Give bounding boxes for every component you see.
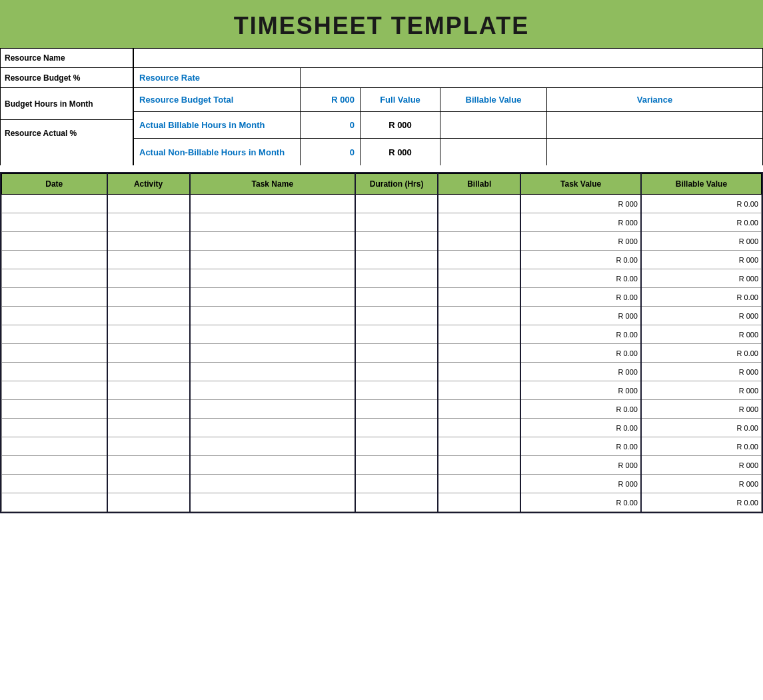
cell-billabl[interactable] bbox=[438, 344, 520, 363]
cell-date[interactable] bbox=[2, 456, 107, 475]
cell-date[interactable] bbox=[2, 195, 107, 213]
budget-hours-label: Budget Hours in Month bbox=[5, 99, 93, 109]
cell-billabl[interactable] bbox=[438, 400, 520, 419]
cell-task-name[interactable] bbox=[190, 456, 355, 475]
page-wrapper: TIMESHEET TEMPLATE Resource Name Resourc… bbox=[0, 0, 763, 513]
cell-task-name[interactable] bbox=[190, 419, 355, 437]
cell-billabl[interactable] bbox=[438, 493, 520, 512]
resource-name-value[interactable] bbox=[134, 49, 762, 67]
cell-activity[interactable] bbox=[107, 437, 190, 456]
cell-task-name[interactable] bbox=[190, 288, 355, 307]
cell-duration[interactable] bbox=[355, 456, 438, 475]
cell-duration[interactable] bbox=[355, 307, 438, 325]
cell-duration[interactable] bbox=[355, 325, 438, 344]
cell-billable-value: R 000 bbox=[641, 456, 762, 475]
cell-date[interactable] bbox=[2, 232, 107, 251]
cell-task-name[interactable] bbox=[190, 325, 355, 344]
table-row: R 0.00R 000 bbox=[2, 325, 762, 344]
cell-task-name[interactable] bbox=[190, 400, 355, 419]
cell-activity[interactable] bbox=[107, 251, 190, 269]
cell-date[interactable] bbox=[2, 213, 107, 232]
cell-activity[interactable] bbox=[107, 213, 190, 232]
cell-task-name[interactable] bbox=[190, 344, 355, 363]
cell-activity[interactable] bbox=[107, 419, 190, 437]
cell-task-name[interactable] bbox=[190, 363, 355, 381]
cell-activity[interactable] bbox=[107, 381, 190, 400]
cell-duration[interactable] bbox=[355, 419, 438, 437]
cell-activity[interactable] bbox=[107, 363, 190, 381]
cell-duration[interactable] bbox=[355, 269, 438, 288]
cell-task-name[interactable] bbox=[190, 195, 355, 213]
cell-task-name[interactable] bbox=[190, 307, 355, 325]
cell-activity[interactable] bbox=[107, 232, 190, 251]
cell-task-name[interactable] bbox=[190, 232, 355, 251]
cell-billabl[interactable] bbox=[438, 251, 520, 269]
cell-duration[interactable] bbox=[355, 475, 438, 493]
cell-task-name[interactable] bbox=[190, 493, 355, 512]
cell-duration[interactable] bbox=[355, 493, 438, 512]
cell-duration[interactable] bbox=[355, 344, 438, 363]
cell-date[interactable] bbox=[2, 325, 107, 344]
table-row: R 000R 000 bbox=[2, 232, 762, 251]
cell-duration[interactable] bbox=[355, 288, 438, 307]
cell-duration[interactable] bbox=[355, 213, 438, 232]
cell-duration[interactable] bbox=[355, 363, 438, 381]
cell-task-name[interactable] bbox=[190, 381, 355, 400]
cell-date[interactable] bbox=[2, 288, 107, 307]
cell-duration[interactable] bbox=[355, 251, 438, 269]
cell-billabl[interactable] bbox=[438, 325, 520, 344]
cell-billabl[interactable] bbox=[438, 213, 520, 232]
resource-rate-label: Resource Rate bbox=[134, 68, 301, 87]
cell-duration[interactable] bbox=[355, 195, 438, 213]
cell-date[interactable] bbox=[2, 475, 107, 493]
cell-billabl[interactable] bbox=[438, 475, 520, 493]
cell-date[interactable] bbox=[2, 269, 107, 288]
cell-activity[interactable] bbox=[107, 269, 190, 288]
cell-billabl[interactable] bbox=[438, 195, 520, 213]
cell-activity[interactable] bbox=[107, 456, 190, 475]
cell-duration[interactable] bbox=[355, 381, 438, 400]
cell-billabl[interactable] bbox=[438, 363, 520, 381]
cell-activity[interactable] bbox=[107, 493, 190, 512]
cell-duration[interactable] bbox=[355, 232, 438, 251]
cell-billabl[interactable] bbox=[438, 419, 520, 437]
cell-billabl[interactable] bbox=[438, 437, 520, 456]
cell-date[interactable] bbox=[2, 493, 107, 512]
cell-date[interactable] bbox=[2, 251, 107, 269]
cell-activity[interactable] bbox=[107, 195, 190, 213]
cell-billabl[interactable] bbox=[438, 456, 520, 475]
resource-name-row: Resource Name bbox=[1, 48, 133, 68]
cell-activity[interactable] bbox=[107, 307, 190, 325]
cell-billabl[interactable] bbox=[438, 307, 520, 325]
cell-duration[interactable] bbox=[355, 437, 438, 456]
actual-non-billable-row: Actual Non-Billable Hours in Month 0 R 0… bbox=[134, 139, 762, 165]
cell-task-name[interactable] bbox=[190, 213, 355, 232]
cell-date[interactable] bbox=[2, 307, 107, 325]
cell-billabl[interactable] bbox=[438, 381, 520, 400]
cell-activity[interactable] bbox=[107, 475, 190, 493]
cell-date[interactable] bbox=[2, 381, 107, 400]
variance-header: Variance bbox=[547, 88, 762, 111]
cell-task-name[interactable] bbox=[190, 251, 355, 269]
cell-activity[interactable] bbox=[107, 344, 190, 363]
cell-date[interactable] bbox=[2, 437, 107, 456]
cell-date[interactable] bbox=[2, 344, 107, 363]
cell-activity[interactable] bbox=[107, 400, 190, 419]
col-activity: Activity bbox=[107, 174, 190, 195]
cell-billabl[interactable] bbox=[438, 288, 520, 307]
resource-rate-value[interactable] bbox=[301, 68, 762, 87]
cell-billable-value: R 000 bbox=[641, 307, 762, 325]
cell-billabl[interactable] bbox=[438, 232, 520, 251]
cell-task-value: R 0.00 bbox=[520, 325, 641, 344]
cell-activity[interactable] bbox=[107, 325, 190, 344]
cell-task-name[interactable] bbox=[190, 475, 355, 493]
cell-task-name[interactable] bbox=[190, 269, 355, 288]
cell-date[interactable] bbox=[2, 363, 107, 381]
cell-activity[interactable] bbox=[107, 288, 190, 307]
cell-date[interactable] bbox=[2, 400, 107, 419]
cell-billable-value: R 0.00 bbox=[641, 419, 762, 437]
cell-task-name[interactable] bbox=[190, 437, 355, 456]
cell-date[interactable] bbox=[2, 419, 107, 437]
cell-duration[interactable] bbox=[355, 400, 438, 419]
cell-billabl[interactable] bbox=[438, 269, 520, 288]
